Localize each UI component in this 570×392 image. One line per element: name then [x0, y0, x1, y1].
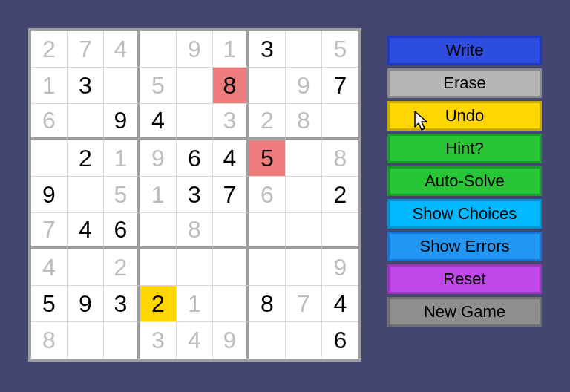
cell-r1-c6[interactable]	[249, 68, 286, 104]
cell-r6-c0[interactable]: 4	[31, 249, 68, 286]
cell-r8-c2[interactable]	[104, 322, 140, 359]
cell-r2-c6[interactable]: 2	[249, 104, 286, 140]
cell-r3-c7[interactable]	[286, 140, 322, 177]
cell-r0-c1[interactable]: 7	[68, 31, 104, 68]
showerrors-button[interactable]: Show Errors	[387, 232, 542, 261]
cell-r2-c0[interactable]: 6	[31, 104, 68, 140]
cell-r0-c2[interactable]: 4	[104, 31, 140, 68]
cell-r2-c2[interactable]: 9	[104, 104, 140, 140]
hint-button[interactable]: Hint?	[387, 134, 542, 163]
cell-r5-c6[interactable]	[249, 213, 286, 249]
cell-r0-c8[interactable]: 5	[322, 31, 358, 68]
cell-r7-c1[interactable]: 9	[68, 286, 104, 322]
cell-r4-c7[interactable]	[286, 177, 322, 213]
cell-r7-c8[interactable]: 4	[322, 286, 358, 322]
cell-r6-c2[interactable]: 2	[104, 249, 140, 286]
erase-button[interactable]: Erase	[387, 68, 542, 98]
button-panel: WriteEraseUndoHint?Auto-SolveShow Choice…	[387, 36, 542, 327]
cell-r3-c5[interactable]: 4	[213, 140, 249, 177]
cell-r4-c4[interactable]: 3	[177, 177, 213, 213]
cell-r4-c8[interactable]: 2	[322, 177, 358, 213]
cell-r8-c4[interactable]: 4	[177, 322, 213, 359]
cell-r0-c7[interactable]	[286, 31, 322, 68]
cell-r5-c0[interactable]: 7	[31, 213, 68, 249]
cell-r1-c2[interactable]	[104, 68, 140, 104]
cell-r8-c7[interactable]	[286, 322, 322, 359]
cell-r2-c3[interactable]: 4	[140, 104, 177, 140]
cell-r3-c4[interactable]: 6	[177, 140, 213, 177]
cell-r8-c0[interactable]: 8	[31, 322, 68, 359]
autosolve-button[interactable]: Auto-Solve	[387, 166, 542, 196]
cell-r3-c0[interactable]	[31, 140, 68, 177]
cell-r1-c7[interactable]: 9	[286, 68, 322, 104]
cell-r5-c2[interactable]: 6	[104, 213, 140, 249]
cell-r6-c3[interactable]	[140, 249, 177, 286]
undo-button[interactable]: Undo	[387, 101, 542, 131]
cell-r6-c8[interactable]: 9	[322, 249, 358, 286]
cell-r8-c3[interactable]: 3	[140, 322, 177, 359]
cell-r5-c3[interactable]	[140, 213, 177, 249]
cell-r6-c4[interactable]	[177, 249, 213, 286]
cell-r0-c5[interactable]: 1	[213, 31, 249, 68]
cell-r2-c1[interactable]	[68, 104, 104, 140]
cell-r7-c6[interactable]: 8	[249, 286, 286, 322]
cell-r3-c8[interactable]: 8	[322, 140, 358, 177]
cell-r3-c1[interactable]: 2	[68, 140, 104, 177]
cell-r6-c6[interactable]	[249, 249, 286, 286]
cell-r5-c7[interactable]	[286, 213, 322, 249]
cell-r7-c7[interactable]: 7	[286, 286, 322, 322]
cell-r4-c3[interactable]: 1	[140, 177, 177, 213]
cell-r4-c5[interactable]: 7	[213, 177, 249, 213]
cell-r5-c1[interactable]: 4	[68, 213, 104, 249]
cell-r0-c4[interactable]: 9	[177, 31, 213, 68]
cell-r8-c5[interactable]: 9	[213, 322, 249, 359]
newgame-button[interactable]: New Game	[387, 297, 542, 327]
cell-r0-c0[interactable]: 2	[31, 31, 68, 68]
cell-r6-c1[interactable]	[68, 249, 104, 286]
reset-button[interactable]: Reset	[387, 264, 542, 294]
cell-r4-c2[interactable]: 5	[104, 177, 140, 213]
cell-r8-c6[interactable]	[249, 322, 286, 359]
cell-r6-c5[interactable]	[213, 249, 249, 286]
cell-r3-c3[interactable]: 9	[140, 140, 177, 177]
cell-r7-c3[interactable]: 2	[140, 286, 177, 322]
cell-r1-c8[interactable]: 7	[322, 68, 358, 104]
cell-r8-c1[interactable]	[68, 322, 104, 359]
cell-r8-c8[interactable]: 6	[322, 322, 358, 359]
cell-r6-c7[interactable]	[286, 249, 322, 286]
cell-r3-c6[interactable]: 5	[249, 140, 286, 177]
cell-r1-c5[interactable]: 8	[213, 68, 249, 104]
cell-r2-c8[interactable]	[322, 104, 358, 140]
cell-r1-c4[interactable]	[177, 68, 213, 104]
cell-r5-c4[interactable]: 8	[177, 213, 213, 249]
sudoku-board-container: 2749135135897694328219645895137627468429…	[28, 28, 361, 362]
showchoices-button[interactable]: Show Choices	[387, 199, 542, 229]
cell-r7-c4[interactable]: 1	[177, 286, 213, 322]
cell-r7-c0[interactable]: 5	[31, 286, 68, 322]
cell-r2-c5[interactable]: 3	[213, 104, 249, 140]
cell-r0-c3[interactable]	[140, 31, 177, 68]
cell-r7-c5[interactable]	[213, 286, 249, 322]
write-button[interactable]: Write	[387, 36, 542, 65]
cell-r5-c5[interactable]	[213, 213, 249, 249]
cell-r7-c2[interactable]: 3	[104, 286, 140, 322]
cell-r4-c6[interactable]: 6	[249, 177, 286, 213]
sudoku-board: 2749135135897694328219645895137627468429…	[31, 31, 358, 359]
cell-r1-c1[interactable]: 3	[68, 68, 104, 104]
cell-r4-c0[interactable]: 9	[31, 177, 68, 213]
cell-r0-c6[interactable]: 3	[249, 31, 286, 68]
cell-r5-c8[interactable]	[322, 213, 358, 249]
cell-r1-c0[interactable]: 1	[31, 68, 68, 104]
cell-r3-c2[interactable]: 1	[104, 140, 140, 177]
cell-r2-c4[interactable]	[177, 104, 213, 140]
cell-r4-c1[interactable]	[68, 177, 104, 213]
cell-r1-c3[interactable]: 5	[140, 68, 177, 104]
cell-r2-c7[interactable]: 8	[286, 104, 322, 140]
